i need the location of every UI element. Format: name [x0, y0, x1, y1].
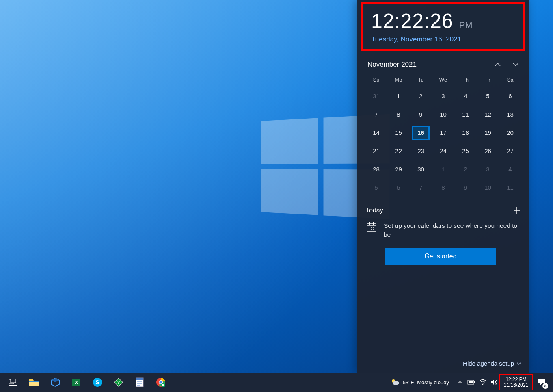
svg-point-8 — [371, 229, 372, 230]
get-started-button[interactable]: Get started — [385, 248, 496, 265]
calendar-day[interactable]: 5 — [365, 178, 387, 197]
calendar-day-today[interactable]: 16 — [410, 123, 432, 142]
task-view-button[interactable] — [2, 373, 24, 392]
hide-agenda-setup-link[interactable]: Hide agenda setup — [463, 360, 521, 367]
calendar-day[interactable]: 15 — [387, 123, 410, 142]
svg-point-39 — [482, 384, 484, 385]
weather-icon — [391, 378, 400, 386]
wifi-icon[interactable] — [477, 373, 488, 392]
calendar-day[interactable]: 22 — [387, 142, 410, 160]
svg-text:B: B — [162, 384, 164, 387]
calendar-day[interactable]: 12 — [477, 105, 499, 123]
calendar-day[interactable]: 3 — [477, 160, 499, 178]
calendar-day[interactable]: 3 — [432, 87, 454, 105]
chrome-icon[interactable]: B — [150, 373, 171, 392]
calendar-dow: Mo — [387, 74, 410, 87]
system-tray — [455, 373, 499, 392]
add-event-icon[interactable] — [513, 207, 521, 214]
hide-agenda-label: Hide agenda setup — [463, 360, 514, 367]
svg-marker-40 — [491, 379, 494, 385]
svg-rect-0 — [367, 224, 376, 232]
calendar-month-label[interactable]: November 2021 — [367, 61, 417, 69]
calendar-day[interactable]: 28 — [365, 160, 387, 178]
calendar-day[interactable]: 18 — [454, 123, 477, 142]
svg-text:X: X — [75, 379, 78, 386]
calendar-day[interactable]: 2 — [454, 160, 477, 178]
flyout-clock-header: 12:22:26 PM Tuesday, November 16, 2021 — [361, 2, 525, 51]
calendar-panel: November 2021 SuMoTuWeThFrSa311234567891… — [357, 53, 529, 200]
calendar-day[interactable]: 2 — [410, 87, 432, 105]
calendar-day[interactable]: 11 — [499, 178, 521, 197]
taskbar-clock[interactable]: 12:22 PM 11/16/2021 — [499, 374, 533, 391]
agenda-message: Set up your calendars to see where you n… — [384, 221, 521, 240]
calendar-day[interactable]: 1 — [432, 160, 454, 178]
calendar-day[interactable]: 29 — [387, 160, 410, 178]
svg-rect-14 — [29, 381, 39, 382]
calendar-day[interactable]: 9 — [410, 105, 432, 123]
chevron-down-icon — [516, 361, 521, 366]
calendar-day[interactable]: 8 — [387, 105, 410, 123]
calendar-day[interactable]: 30 — [410, 160, 432, 178]
calendar-day[interactable]: 6 — [499, 87, 521, 105]
calendar-dow: Su — [365, 74, 387, 87]
calendar-day[interactable]: 24 — [432, 142, 454, 160]
virtualbox-icon[interactable] — [45, 373, 66, 392]
svg-rect-3 — [373, 222, 374, 225]
calendar-day[interactable]: 14 — [365, 123, 387, 142]
calendar-day[interactable]: 1 — [387, 87, 410, 105]
calendar-next-icon[interactable] — [512, 61, 519, 68]
excel-icon[interactable]: X — [66, 373, 87, 392]
calendar-day[interactable]: 4 — [454, 87, 477, 105]
calendar-day[interactable]: 17 — [432, 123, 454, 142]
calendar-day[interactable]: 9 — [454, 178, 477, 197]
tray-overflow-icon[interactable] — [455, 373, 465, 392]
svg-rect-38 — [469, 381, 473, 383]
gvim-icon[interactable]: V — [108, 373, 129, 392]
svg-point-6 — [373, 227, 374, 228]
calendar-day[interactable]: 8 — [432, 178, 454, 197]
agenda-heading: Today — [366, 207, 383, 214]
calendar-day[interactable]: 7 — [365, 105, 387, 123]
calendar-day[interactable]: 19 — [477, 123, 499, 142]
flyout-full-date[interactable]: Tuesday, November 16, 2021 — [371, 35, 515, 43]
svg-marker-16 — [51, 378, 59, 382]
calendar-dow: Fr — [477, 74, 499, 87]
calendar-day[interactable]: 23 — [410, 142, 432, 160]
calendar-day[interactable]: 7 — [410, 178, 432, 197]
weather-temp: 53°F — [403, 379, 414, 386]
calendar-day[interactable]: 6 — [387, 178, 410, 197]
calendar-day[interactable]: 20 — [499, 123, 521, 142]
svg-point-9 — [373, 229, 374, 230]
flyout-ampm: PM — [459, 20, 473, 30]
calendar-day[interactable]: 13 — [499, 105, 521, 123]
svg-point-4 — [369, 227, 369, 228]
notification-count-badge: 3 — [542, 383, 548, 389]
svg-rect-2 — [369, 222, 370, 225]
calendar-day[interactable]: 4 — [499, 160, 521, 178]
weather-desc: Mostly cloudy — [417, 379, 449, 386]
file-explorer-icon[interactable] — [24, 373, 45, 392]
svg-rect-25 — [136, 378, 143, 380]
calendar-prev-icon[interactable] — [495, 61, 501, 68]
calendar-icon — [366, 221, 377, 233]
action-center-button[interactable]: 3 — [533, 373, 551, 392]
taskbar-clock-date: 11/16/2021 — [501, 382, 531, 388]
calendar-dow: Tu — [410, 74, 432, 87]
calendar-day[interactable]: 21 — [365, 142, 387, 160]
calendar-day[interactable]: 31 — [365, 87, 387, 105]
calendar-day[interactable]: 26 — [477, 142, 499, 160]
taskbar-weather[interactable]: 53°F Mostly cloudy — [385, 378, 455, 386]
flyout-time: 12:22:26 — [371, 9, 454, 33]
notepad-icon[interactable] — [129, 373, 150, 392]
skype-icon[interactable]: S — [87, 373, 108, 392]
calendar-day[interactable]: 10 — [432, 105, 454, 123]
volume-icon[interactable] — [489, 373, 499, 392]
battery-icon[interactable] — [466, 373, 477, 392]
calendar-day[interactable]: 25 — [454, 142, 477, 160]
clock-calendar-flyout: 12:22:26 PM Tuesday, November 16, 2021 N… — [357, 0, 529, 373]
calendar-day[interactable]: 27 — [499, 142, 521, 160]
calendar-day[interactable]: 5 — [477, 87, 499, 105]
calendar-day[interactable]: 11 — [454, 105, 477, 123]
calendar-day[interactable]: 10 — [477, 178, 499, 197]
calendar-grid: SuMoTuWeThFrSa31123456789101112131415161… — [365, 74, 521, 197]
